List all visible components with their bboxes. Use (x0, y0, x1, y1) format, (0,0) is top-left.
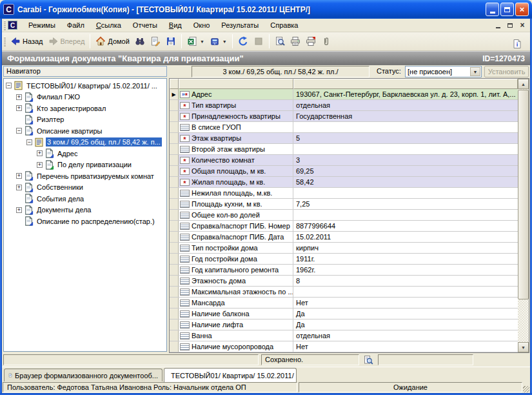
vertical-scrollbar[interactable]: ▲ ▼ (518, 79, 529, 352)
tree-expander-plus[interactable]: + (37, 162, 43, 168)
property-value-cell[interactable]: 7,25 (293, 199, 518, 209)
scrollbar-thumb[interactable] (518, 90, 529, 299)
find-button[interactable] (132, 34, 148, 49)
tree-node[interactable]: +Документы дела (4, 205, 166, 216)
value-column-header[interactable] (293, 79, 518, 89)
tree-expander-minus[interactable]: − (26, 139, 32, 145)
table-row[interactable]: Площадь кухни, м кв.7,25 (170, 199, 518, 210)
mdi-close-button[interactable]: × (517, 21, 527, 30)
scroll-up-icon[interactable]: ▲ (518, 79, 529, 89)
table-row[interactable]: Этажность дома8 (170, 276, 518, 287)
status-dropdown[interactable]: [не присвоен] ▼ (405, 66, 482, 77)
tree-expander-plus[interactable]: + (16, 173, 22, 179)
table-row[interactable]: Максимальная этажность по ... (170, 287, 518, 298)
back-button[interactable]: Назад (8, 34, 46, 49)
tree-node[interactable]: Описание по распределению(стар.) (4, 216, 166, 227)
property-value-cell[interactable]: 1962г. (293, 265, 518, 275)
table-row[interactable]: Наличие лифтаДа (170, 319, 518, 330)
mdi-document-icon[interactable]: C (8, 21, 17, 30)
phone-export-button[interactable]: ▼ (207, 34, 230, 49)
chevron-down-icon[interactable]: ▼ (470, 67, 480, 76)
property-value-cell[interactable]: 8 (293, 276, 518, 286)
property-value-cell[interactable]: отдельная (293, 330, 518, 341)
table-row[interactable]: Справка/паспорт ПИБ. Номер8877996644 (170, 221, 518, 232)
menu-item[interactable]: Ссылка (90, 19, 127, 31)
tree-node[interactable]: Риэлтер (4, 114, 166, 126)
property-name-cell[interactable]: *Жилая площадь, м кв. (179, 177, 293, 187)
document-tab[interactable]: Браузер формализованного документооб... (4, 369, 163, 381)
tree-expander-plus[interactable]: + (16, 105, 22, 111)
table-row[interactable]: Второй этаж квартиры (170, 144, 518, 155)
property-name-cell[interactable]: Ванна (179, 330, 293, 341)
window-maximize-button[interactable] (500, 3, 514, 16)
table-row[interactable]: *Количество комнат3 (170, 155, 518, 166)
property-value-cell[interactable] (293, 287, 518, 297)
print-button[interactable] (288, 34, 303, 49)
property-value-cell[interactable]: 15.02.2011 (293, 232, 518, 242)
tree-node[interactable]: +По делу приватизации (4, 159, 166, 171)
property-name-cell[interactable]: *Принадлежность квартиры (179, 111, 293, 121)
table-row[interactable]: ▶»*Адрес193067, Санкт-Петербург, Барклае… (170, 89, 518, 100)
property-name-cell[interactable]: *Количество комнат (179, 155, 293, 165)
property-name-cell[interactable]: Общее кол-во долей (179, 210, 293, 220)
tree-expander-plus[interactable]: + (16, 207, 22, 213)
property-value-cell[interactable]: Да (293, 319, 518, 330)
table-row[interactable]: Нежилая площадь, м.кв. (170, 188, 518, 199)
property-name-cell[interactable]: Справка/паспорт ПИБ. Номер (179, 221, 293, 231)
property-name-cell[interactable]: Второй этаж квартиры (179, 144, 293, 154)
property-name-cell[interactable]: Этажность дома (179, 276, 293, 286)
property-value-cell[interactable]: Нет (293, 341, 518, 352)
property-value-cell[interactable]: 58,42 (293, 177, 518, 187)
resize-grip[interactable] (523, 386, 529, 392)
property-name-cell[interactable]: Год капитального ремонта (179, 265, 293, 275)
toolbar-grip[interactable] (4, 37, 6, 46)
tree-node[interactable]: +Адрес (4, 148, 166, 159)
menu-item[interactable]: Окно (188, 19, 216, 31)
table-row[interactable]: В списке ГУОП (170, 122, 518, 133)
table-row[interactable]: *Общая площадь, м кв.69,25 (170, 166, 518, 177)
table-row[interactable]: Общее кол-во долей (170, 210, 518, 221)
table-row[interactable]: Наличие мусоропроводаНет (170, 341, 518, 352)
property-name-cell[interactable]: Наличие мусоропровода (179, 341, 293, 352)
mdi-minimize-button[interactable] (493, 21, 503, 30)
scroll-down-icon[interactable]: ▼ (518, 342, 529, 352)
property-value-cell[interactable]: 69,25 (293, 166, 518, 176)
property-name-cell[interactable]: Наличие лифта (179, 319, 293, 330)
edit-new-button[interactable] (148, 34, 163, 49)
property-name-cell[interactable]: Тип постройки дома (179, 243, 293, 253)
table-row[interactable]: *Принадлежность квартирыГосударственная (170, 111, 518, 122)
dropdown-arrow-icon[interactable]: ▼ (200, 39, 204, 44)
property-value-cell[interactable]: 8877996644 (293, 221, 518, 231)
property-value-cell[interactable]: Да (293, 309, 518, 319)
property-name-cell[interactable]: Год постройки дома (179, 254, 293, 264)
table-row[interactable]: *Жилая площадь, м кв.58,42 (170, 177, 518, 188)
print-preview-button[interactable] (272, 34, 288, 49)
tree-expander-plus[interactable]: + (16, 94, 22, 100)
attachments-button[interactable] (319, 34, 334, 49)
table-row[interactable]: Ваннаотдельная (170, 330, 518, 341)
property-name-cell[interactable]: *Тип квартиры (179, 100, 293, 110)
property-name-cell[interactable]: Мансарда (179, 298, 293, 308)
tree-node[interactable]: −ТЕСТОВЫЙ01/ Квартира/ 15.02.2011/ ... (4, 80, 166, 92)
tree-node[interactable]: −3 ком./ 69,25 общ. пл./ 58,42 ж. п... (4, 137, 166, 148)
excel-export-button[interactable]: ▼ (184, 34, 207, 49)
table-row[interactable]: Справка/паспорт ПИБ. Дата15.02.2011 (170, 232, 518, 243)
property-name-cell[interactable]: В списке ГУОП (179, 122, 293, 132)
property-value-cell[interactable]: 193067, Санкт-Петербург, Барклаевская ул… (293, 89, 518, 99)
property-value-cell[interactable] (293, 144, 518, 154)
home-button[interactable]: Домой (93, 34, 132, 49)
table-row[interactable]: *Этаж квартиры5 (170, 133, 518, 144)
tree-node[interactable]: +Перечень приватизируемых комнат (4, 170, 166, 182)
window-close-button[interactable]: × (515, 3, 529, 16)
table-row[interactable]: Наличие балконаДа (170, 309, 518, 319)
table-row[interactable]: Год постройки дома1911г. (170, 254, 518, 265)
property-name-cell[interactable]: Площадь кухни, м кв. (179, 199, 293, 209)
property-value-cell[interactable]: отдельная (293, 100, 518, 110)
property-name-cell[interactable]: »*Адрес (179, 89, 293, 99)
property-value-cell[interactable]: Нет (293, 298, 518, 308)
save-button[interactable] (163, 34, 179, 49)
property-name-cell[interactable]: *Общая площадь, м кв. (179, 166, 293, 176)
title-bar[interactable]: C Carabi - Горжилобмен(Копия) - [ТЕСТОВЫ… (0, 0, 532, 19)
menubar-grip[interactable] (4, 21, 6, 30)
mdi-restore-button[interactable] (505, 21, 515, 30)
